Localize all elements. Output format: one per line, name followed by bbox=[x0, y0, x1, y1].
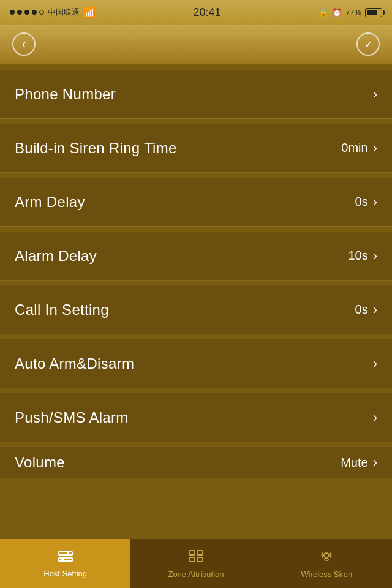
alarm-delay-item[interactable]: Alarm Delay 10s › bbox=[0, 232, 392, 281]
auto-arm-disarm-label: Auto Arm&Disarm bbox=[15, 355, 134, 372]
svg-rect-8 bbox=[325, 559, 328, 560]
status-bar: 中国联通 📶 20:41 🔒 ⏰ 77% bbox=[0, 0, 392, 24]
call-in-setting-chevron: › bbox=[373, 302, 377, 318]
siren-ring-time-chevron: › bbox=[373, 140, 377, 156]
alarm-icon: ⏰ bbox=[332, 8, 342, 17]
svg-rect-4 bbox=[189, 551, 195, 555]
siren-ring-time-right: 0min › bbox=[341, 140, 377, 156]
call-in-setting-value: 0s bbox=[355, 303, 368, 317]
arm-delay-chevron: › bbox=[373, 194, 377, 210]
alarm-delay-label: Alarm Delay bbox=[15, 247, 97, 265]
battery-icon bbox=[365, 8, 382, 17]
siren-ring-time-label: Build-in Siren Ring Time bbox=[15, 140, 177, 157]
alarm-delay-chevron: › bbox=[373, 248, 377, 264]
carrier-text: 中国联通 bbox=[48, 7, 80, 18]
siren-ring-time-value: 0min bbox=[341, 141, 368, 155]
tab-host-setting[interactable]: Host Setting bbox=[0, 539, 130, 588]
check-icon: ✓ bbox=[364, 39, 372, 50]
push-sms-alarm-chevron: › bbox=[373, 410, 377, 426]
zone-attribution-label: Zone Attribution bbox=[168, 570, 224, 579]
arm-delay-right: 0s › bbox=[355, 194, 377, 210]
wifi-icon: 📶 bbox=[83, 7, 96, 18]
dot2 bbox=[17, 10, 22, 15]
svg-point-1 bbox=[67, 552, 69, 554]
dot5 bbox=[39, 10, 44, 15]
dot4 bbox=[32, 10, 37, 15]
back-icon: ‹ bbox=[22, 37, 26, 51]
phone-number-item[interactable]: Phone Number › bbox=[0, 70, 392, 119]
alarm-delay-right: 10s › bbox=[348, 248, 377, 264]
arm-delay-item[interactable]: Arm Delay 0s › bbox=[0, 178, 392, 227]
volume-value: Mute bbox=[341, 456, 368, 470]
svg-rect-0 bbox=[58, 552, 73, 555]
status-time: 20:41 bbox=[193, 6, 221, 19]
arm-delay-value: 0s bbox=[355, 195, 368, 209]
alarm-delay-value: 10s bbox=[348, 249, 368, 263]
volume-item[interactable]: Volume Mute › bbox=[0, 447, 392, 478]
lock-icon: 🔒 bbox=[318, 8, 328, 17]
phone-number-chevron: › bbox=[373, 86, 377, 102]
dot3 bbox=[24, 10, 29, 15]
auto-arm-disarm-chevron: › bbox=[373, 356, 377, 372]
arm-delay-label: Arm Delay bbox=[15, 194, 85, 211]
host-setting-label: Host Setting bbox=[43, 569, 87, 578]
svg-rect-5 bbox=[197, 551, 203, 555]
nav-bar: ‹ ✓ bbox=[0, 24, 392, 64]
auto-arm-disarm-right: › bbox=[373, 356, 377, 372]
push-sms-alarm-item[interactable]: Push/SMS Alarm › bbox=[0, 393, 392, 442]
call-in-setting-item[interactable]: Call In Setting 0s › bbox=[0, 285, 392, 334]
volume-right: Mute › bbox=[341, 454, 377, 470]
push-sms-alarm-right: › bbox=[373, 410, 377, 426]
content-area: Phone Number › Build-in Siren Ring Time … bbox=[0, 64, 392, 539]
push-sms-alarm-label: Push/SMS Alarm bbox=[15, 409, 129, 426]
call-in-setting-right: 0s › bbox=[355, 302, 377, 318]
phone-number-label: Phone Number bbox=[15, 86, 116, 103]
back-button[interactable]: ‹ bbox=[12, 32, 36, 56]
phone-number-right: › bbox=[373, 86, 377, 102]
wireless-siren-icon bbox=[318, 549, 335, 567]
status-left: 中国联通 📶 bbox=[10, 7, 96, 18]
call-in-setting-label: Call In Setting bbox=[15, 301, 109, 318]
volume-chevron: › bbox=[373, 454, 377, 470]
host-setting-icon bbox=[57, 549, 74, 567]
svg-rect-7 bbox=[197, 557, 203, 562]
zone-attribution-icon bbox=[187, 549, 205, 567]
signal-dots bbox=[10, 10, 44, 15]
status-right: 🔒 ⏰ 77% bbox=[318, 8, 382, 17]
volume-label: Volume bbox=[15, 454, 65, 471]
confirm-button[interactable]: ✓ bbox=[356, 32, 380, 56]
wireless-siren-label: Wireless Siren bbox=[301, 570, 352, 579]
siren-ring-time-item[interactable]: Build-in Siren Ring Time 0min › bbox=[0, 124, 392, 173]
svg-rect-2 bbox=[58, 558, 73, 561]
svg-rect-6 bbox=[189, 557, 195, 562]
auto-arm-disarm-item[interactable]: Auto Arm&Disarm › bbox=[0, 339, 392, 388]
tab-wireless-siren[interactable]: Wireless Siren bbox=[262, 539, 392, 588]
battery-percent: 77% bbox=[345, 8, 361, 17]
svg-point-3 bbox=[61, 558, 64, 560]
tab-zone-attribution[interactable]: Zone Attribution bbox=[130, 539, 261, 588]
dot1 bbox=[10, 10, 15, 15]
battery-fill bbox=[367, 10, 377, 15]
tab-bar: Host Setting Zone Attribution Wireless S… bbox=[0, 539, 392, 588]
